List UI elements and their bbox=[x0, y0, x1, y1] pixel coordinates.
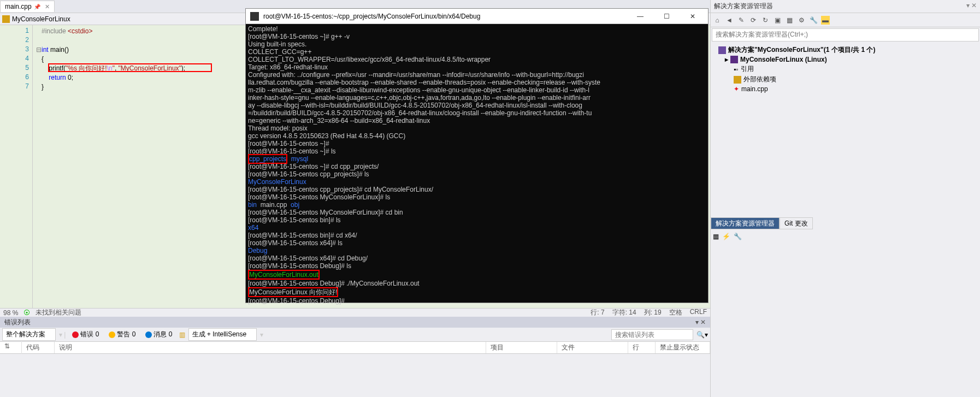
terminal-window: root@VM-16-15-centos:~/cpp_projects/MyCo… bbox=[245, 8, 709, 303]
right-panel-tabs: 解决方案资源管理器 Git 更改 bbox=[711, 217, 980, 229]
main-cpp-node[interactable]: ✦main.cpp bbox=[712, 85, 979, 93]
solution-explorer: 解决方案资源管理器▾ ✕ ⌂ ◄ ✎ ⟳ ↻ ▣ ▦ ⚙ 🔧 ▬ 搜索解决方案资… bbox=[710, 0, 980, 397]
chevron-down-icon[interactable]: ▾ ✕ bbox=[966, 2, 977, 9]
col-project[interactable]: 项目 bbox=[486, 342, 557, 353]
tab-git-changes[interactable]: Git 更改 bbox=[780, 217, 813, 229]
tab-label: main.cpp bbox=[5, 3, 32, 10]
terminal-icon bbox=[250, 12, 259, 21]
brush-icon[interactable]: ✎ bbox=[737, 16, 746, 25]
build-combo[interactable]: 生成 + IntelliSense bbox=[188, 328, 257, 341]
line-number: 3 bbox=[25, 45, 29, 54]
home-icon[interactable]: ⌂ bbox=[713, 16, 722, 25]
highlight-icon[interactable]: ▬ bbox=[821, 16, 830, 25]
status-col[interactable]: 列: 19 bbox=[644, 308, 662, 317]
fold-icon[interactable]: ⊟ bbox=[36, 46, 42, 54]
tab-main-cpp[interactable]: main.cpp 📌 ✕ bbox=[0, 1, 55, 12]
terminal-title: root@VM-16-15-centos:~/cpp_projects/MyCo… bbox=[263, 13, 625, 20]
tab-solution-explorer[interactable]: 解决方案资源管理器 bbox=[711, 217, 780, 229]
issues-text: 未找到相关问题 bbox=[36, 308, 81, 317]
close-icon[interactable]: ✕ bbox=[45, 3, 50, 10]
status-char[interactable]: 字符: 14 bbox=[612, 308, 636, 317]
collapse-icon[interactable]: ▣ bbox=[773, 16, 782, 25]
editor-status-bar: 98 % ⦿ 未找到相关问题 行: 7 字符: 14 列: 19 空格 CRLF bbox=[0, 308, 710, 317]
line-number: 7 bbox=[25, 82, 29, 91]
solution-search[interactable]: 搜索解决方案资源管理器(Ctrl+;) bbox=[712, 28, 979, 42]
solution-explorer-title: 解决方案资源管理器▾ ✕ bbox=[711, 0, 980, 13]
line-number: 5 bbox=[25, 63, 29, 73]
status-line[interactable]: 行: 7 bbox=[591, 308, 604, 317]
terminal-body[interactable]: Complete! [root@VM-16-15-centos ~]# g++ … bbox=[246, 24, 708, 306]
line-number: 1 bbox=[25, 26, 29, 35]
col-file[interactable]: 文件 bbox=[557, 342, 628, 353]
warning-filter[interactable]: 警告 0 bbox=[105, 329, 139, 340]
close-button[interactable]: ✕ bbox=[682, 10, 704, 23]
line-number: 4 bbox=[25, 54, 29, 63]
wrench-icon[interactable]: 🔧 bbox=[734, 233, 742, 240]
maximize-button[interactable]: ☐ bbox=[656, 10, 677, 23]
error-filter[interactable]: 错误 0 bbox=[69, 329, 102, 340]
properties-panel: ▦ ⚡ 🔧 bbox=[711, 229, 980, 397]
solution-tree: 解决方案"MyConsoleForLinux"(1 个项目/共 1 个) ▸My… bbox=[711, 43, 980, 96]
external-deps-node[interactable]: 外部依赖项 bbox=[712, 74, 979, 85]
search-icon[interactable]: 🔍▾ bbox=[696, 331, 708, 339]
solution-toolbar: ⌂ ◄ ✎ ⟳ ↻ ▣ ▦ ⚙ 🔧 ▬ bbox=[711, 13, 980, 27]
solution-root[interactable]: 解决方案"MyConsoleForLinux"(1 个项目/共 1 个) bbox=[712, 45, 979, 55]
show-all-icon[interactable]: ▦ bbox=[785, 16, 794, 25]
category-icon[interactable]: ▦ bbox=[713, 233, 719, 240]
message-filter[interactable]: 消息 0 bbox=[142, 329, 175, 340]
error-list-columns: ⇅ 代码 说明 项目 文件 行 禁止显示状态 bbox=[0, 342, 710, 354]
filter-icon[interactable]: ▥ bbox=[179, 331, 185, 339]
error-list-toolbar: 整个解决方案 ▾ | 错误 0 警告 0 消息 0 ▥ 生成 + Intelli… bbox=[0, 328, 710, 342]
wrench-icon[interactable]: 🔧 bbox=[809, 16, 818, 25]
line-number: 6 bbox=[25, 73, 29, 82]
error-list-header: 错误列表 ▾ ✕ bbox=[0, 317, 710, 328]
minimize-button[interactable]: — bbox=[629, 10, 651, 23]
col-line[interactable]: 行 bbox=[628, 342, 656, 353]
error-list-title: 错误列表 bbox=[4, 318, 31, 327]
breadcrumb-project[interactable]: MyConsoleForLinux bbox=[12, 15, 70, 23]
properties-icon[interactable]: ⚙ bbox=[797, 16, 806, 25]
chevron-down-icon[interactable]: ▾ ✕ bbox=[695, 318, 706, 326]
zoom-level[interactable]: 98 % bbox=[3, 309, 18, 317]
status-crlf[interactable]: CRLF bbox=[690, 308, 707, 317]
col-code[interactable]: 代码 bbox=[22, 342, 55, 353]
terminal-titlebar[interactable]: root@VM-16-15-centos:~/cpp_projects/MyCo… bbox=[246, 9, 708, 24]
sync-icon[interactable]: ⟳ bbox=[749, 16, 758, 25]
scope-combo[interactable]: 整个解决方案 bbox=[2, 328, 56, 341]
sort-icon[interactable]: ⚡ bbox=[722, 233, 730, 240]
references-node[interactable]: ▪▫引用 bbox=[712, 64, 979, 74]
pin-icon[interactable]: 📌 bbox=[34, 4, 40, 10]
file-icon bbox=[2, 15, 10, 23]
check-icon: ⦿ bbox=[23, 309, 30, 317]
line-number: 2 bbox=[25, 35, 29, 45]
refresh-icon[interactable]: ↻ bbox=[761, 16, 770, 25]
error-search-input[interactable] bbox=[611, 329, 693, 340]
line-gutter: 1 2 3 4 5 6 7 bbox=[0, 25, 33, 309]
back-icon[interactable]: ◄ bbox=[725, 16, 734, 25]
status-spaces[interactable]: 空格 bbox=[669, 308, 682, 317]
project-node[interactable]: ▸MyConsoleForLinux (Linux) bbox=[712, 55, 979, 64]
col-suppress[interactable]: 禁止显示状态 bbox=[656, 342, 710, 353]
col-desc[interactable]: 说明 bbox=[55, 342, 486, 353]
